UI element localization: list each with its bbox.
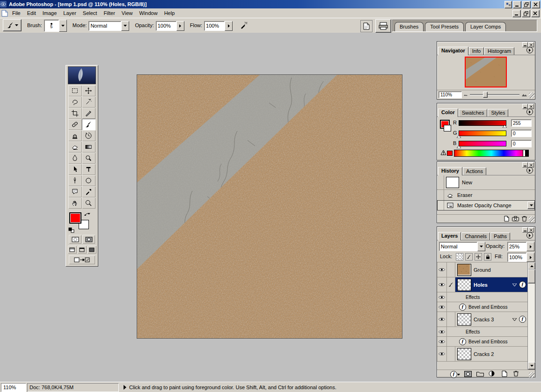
style-row-bevel[interactable]: ƒ Bevel and Emboss xyxy=(437,302,528,312)
new-adjustment-layer-button[interactable] xyxy=(489,370,495,377)
status-zoom-field[interactable]: 110% xyxy=(1,383,26,392)
color-menu-button[interactable] xyxy=(526,109,533,115)
adobe-online-button[interactable] xyxy=(68,66,96,84)
well-tab-brushes[interactable]: Brushes xyxy=(395,22,424,31)
menu-image[interactable]: Image xyxy=(39,9,60,17)
layer-name[interactable]: Holes xyxy=(474,282,488,288)
brush-preset-picker[interactable]: 5 xyxy=(44,20,67,31)
tool-clone-stamp-button[interactable] xyxy=(68,130,82,141)
history-state-label[interactable]: Eraser xyxy=(457,192,472,198)
menu-view[interactable]: View xyxy=(118,9,136,17)
history-resize-grip[interactable] xyxy=(529,217,534,222)
color-spectrum-ramp[interactable] xyxy=(454,150,529,157)
tool-eraser-button[interactable] xyxy=(68,141,82,152)
add-layer-style-button[interactable]: ƒ xyxy=(450,371,460,378)
foreground-color-swatch[interactable] xyxy=(69,212,81,224)
opacity-control[interactable]: 100% xyxy=(156,21,184,30)
gamut-warning-icon[interactable] xyxy=(440,150,446,155)
restore-button[interactable] xyxy=(522,1,531,8)
navigator-zoom-field[interactable]: 110% xyxy=(439,91,462,98)
channel-r-value[interactable]: 255 xyxy=(511,119,532,127)
style-expand-arrow[interactable] xyxy=(512,283,517,286)
layer-thumbnail[interactable] xyxy=(457,264,471,276)
history-snapshot-row[interactable]: New xyxy=(437,175,535,190)
tool-blur-button[interactable] xyxy=(68,152,82,164)
layer-thumbnail[interactable] xyxy=(457,279,471,291)
doc-minimize-button[interactable] xyxy=(512,10,521,17)
layer-row-holes[interactable]: Holes ƒ xyxy=(437,277,528,292)
file-browser-button[interactable] xyxy=(360,20,373,32)
history-current-state-row[interactable]: Master Opacity Change xyxy=(437,200,535,211)
tab-styles[interactable]: Styles xyxy=(488,109,508,116)
layer-thumbnail[interactable] xyxy=(457,313,471,326)
tab-actions[interactable]: Actions xyxy=(463,167,486,175)
layer-row-ground[interactable]: Ground xyxy=(437,262,528,277)
delete-state-button[interactable] xyxy=(521,216,527,222)
history-source-well[interactable] xyxy=(437,200,444,211)
tab-color[interactable]: Color xyxy=(438,109,458,117)
visibility-toggle[interactable] xyxy=(437,292,447,302)
swap-colors-icon[interactable] xyxy=(84,211,91,217)
default-colors-icon[interactable] xyxy=(68,227,74,233)
layers-titlebar[interactable] xyxy=(437,227,535,232)
tool-slice-button[interactable] xyxy=(82,108,95,119)
menu-file[interactable]: File xyxy=(9,9,24,17)
menu-help[interactable]: Help xyxy=(161,9,178,17)
layer-name[interactable]: Cracks 2 xyxy=(474,351,494,357)
title-extra-button[interactable] xyxy=(504,1,512,8)
tool-zoom-button[interactable] xyxy=(82,197,95,209)
history-menu-button[interactable] xyxy=(526,167,533,174)
link-column[interactable] xyxy=(447,262,455,277)
well-tab-tool-presets[interactable]: Tool Presets xyxy=(425,22,464,31)
new-snapshot-button[interactable] xyxy=(512,216,519,221)
history-state-row[interactable]: Eraser xyxy=(437,190,535,200)
style-expand-arrow[interactable] xyxy=(512,318,517,321)
brush-picker-arrow[interactable] xyxy=(59,20,67,32)
tool-shape-button[interactable] xyxy=(82,175,95,186)
toggle-palette-button[interactable] xyxy=(375,19,391,33)
visibility-toggle[interactable] xyxy=(437,312,447,327)
blend-mode-arrow[interactable] xyxy=(477,242,485,251)
airbrush-button[interactable] xyxy=(237,20,249,31)
new-layer-set-button[interactable] xyxy=(476,371,484,377)
tool-brush-button[interactable] xyxy=(82,119,95,130)
snapshot-label[interactable]: New xyxy=(462,180,472,185)
tool-healing-brush-button[interactable] xyxy=(68,119,82,130)
history-source-well[interactable] xyxy=(437,190,444,200)
doc-close-button[interactable] xyxy=(531,10,540,17)
fullscreen-button[interactable] xyxy=(88,246,96,254)
spectrum-black-swatch[interactable] xyxy=(525,150,529,157)
history-source-well[interactable] xyxy=(437,175,444,189)
visibility-toggle[interactable] xyxy=(437,347,447,361)
visibility-toggle[interactable] xyxy=(437,337,447,346)
layers-fill-control[interactable]: 100% xyxy=(507,253,534,261)
link-column[interactable] xyxy=(447,347,455,361)
tab-navigator[interactable]: Navigator xyxy=(438,47,468,55)
mode-select[interactable]: Normal xyxy=(88,21,129,30)
visibility-toggle[interactable] xyxy=(437,302,447,312)
status-menu-arrow[interactable] xyxy=(124,385,126,390)
layer-name[interactable]: Cracks 3 xyxy=(474,317,494,322)
well-tab-layer-comps[interactable]: Layer Comps xyxy=(465,22,506,31)
history-scroll-down-button[interactable] xyxy=(527,202,535,209)
tool-preset-button[interactable] xyxy=(3,19,22,31)
flow-slider-arrow[interactable] xyxy=(225,21,233,31)
tab-info[interactable]: Info xyxy=(469,47,484,55)
layer-name[interactable]: Ground xyxy=(474,267,491,273)
standard-mode-button[interactable] xyxy=(69,235,81,244)
mode-select-arrow[interactable] xyxy=(121,21,129,31)
fullscreen-menubar-button[interactable] xyxy=(78,246,87,254)
lock-position-toggle[interactable] xyxy=(475,253,482,261)
tool-hand-button[interactable] xyxy=(68,197,82,209)
minimize-button[interactable] xyxy=(513,1,521,8)
canvas[interactable] xyxy=(137,75,402,338)
tool-dodge-button[interactable] xyxy=(82,152,95,164)
tab-histogram[interactable]: Histogram xyxy=(484,47,514,55)
layers-opacity-control[interactable]: 25% xyxy=(507,242,534,250)
channel-b-slider[interactable] xyxy=(459,141,506,146)
layer-style-icon[interactable]: ƒ xyxy=(519,281,526,288)
visibility-toggle[interactable] xyxy=(437,277,447,292)
tool-history-brush-button[interactable] xyxy=(82,130,95,141)
menu-filter[interactable]: Filter xyxy=(100,9,118,17)
channel-b-value[interactable]: 0 xyxy=(511,140,532,147)
